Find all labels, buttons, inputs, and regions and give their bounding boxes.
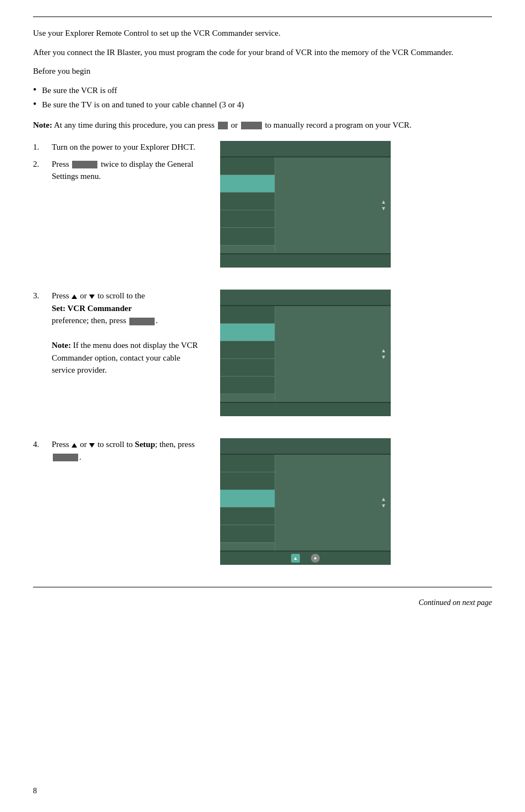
tv-arrow-up-3: ▲ <box>381 497 386 502</box>
step-3-left: 3. Press or to scroll to the Set: VCR Co… <box>33 290 204 381</box>
step-4-row: 4. Press or to scroll to Setup; then, pr… <box>33 438 492 565</box>
continued-label: Continued on next page <box>33 598 492 607</box>
tv-sidebar2-row-3 <box>220 341 275 359</box>
tv-sidebar2-row-1 <box>220 306 275 324</box>
intro-para1: Use your Explorer Remote Control to set … <box>33 27 492 40</box>
tv-sidebar-row-2-selected <box>220 175 275 193</box>
step-3-content: Press or to scroll to the Set: VCR Comma… <box>52 290 204 377</box>
tv-screen-1: ▲ ▼ <box>220 141 391 268</box>
tv-sidebar-row-3 <box>220 193 275 210</box>
select-button-step4 <box>53 454 78 461</box>
tv-sidebar2-row-5 <box>220 377 275 394</box>
step-3-screen: ▲ ▼ <box>220 290 492 416</box>
note-text: At any time during this procedure, you c… <box>52 121 215 129</box>
note-or: or <box>231 121 238 129</box>
step-1-row: 1. Turn on the power to your Explorer DH… <box>33 141 492 268</box>
step-3-row: 3. Press or to scroll to the Set: VCR Co… <box>33 290 492 416</box>
tv-sidebar-1 <box>220 157 275 253</box>
tv-sidebar-row-4 <box>220 210 275 228</box>
tv-sidebar-3 <box>220 455 275 551</box>
tri-up-icon-3 <box>72 295 77 299</box>
bullet-dot-1: • <box>33 84 36 96</box>
step-3: 3. Press or to scroll to the Set: VCR Co… <box>33 290 204 377</box>
step-2-num: 2. <box>33 158 47 183</box>
tv-sidebar-row-1 <box>220 157 275 175</box>
intro-para2: After you connect the IR Blaster, you mu… <box>33 46 492 59</box>
tv-header-2 <box>220 290 391 306</box>
tv-sidebar-row-5 <box>220 228 275 246</box>
tri-up-icon-4 <box>72 443 77 448</box>
tv-screen-3: ▲ ▼ ▲ ● <box>220 438 391 565</box>
tv-sidebar3-row-1 <box>220 455 275 472</box>
step-1-screen: ▲ ▼ <box>220 141 492 268</box>
note-label: Note: <box>33 121 52 129</box>
step-3-note-body: If the menu does not display the VCR Com… <box>52 341 198 374</box>
tv-arrow-down-3: ▼ <box>381 503 386 509</box>
record-button-small <box>218 122 228 129</box>
bullet-list: • Be sure the VCR is off • Be sure the T… <box>33 84 492 111</box>
step-1-left: 1. Turn on the power to your Explorer DH… <box>33 141 204 187</box>
tv-arrow-down-1: ▼ <box>381 206 386 211</box>
tv-sidebar-2 <box>220 306 275 402</box>
step-4-num: 4. <box>33 438 47 463</box>
tv-sidebar3-row-5 <box>220 525 275 543</box>
step-4-bold: Setup <box>135 440 155 449</box>
note-para: Note: At any time during this procedure,… <box>33 119 492 132</box>
step-2-content: Press twice to display the General Setti… <box>52 158 204 183</box>
step-1: 1. Turn on the power to your Explorer DH… <box>33 141 204 154</box>
tv-sidebar3-row-2 <box>220 472 275 490</box>
select-button-step3 <box>129 318 155 325</box>
tv-sidebar3-row-3-selected <box>220 490 275 508</box>
tv-arrow-up-2: ▲ <box>381 348 386 353</box>
note-text3: to manually record a program on your VCR… <box>265 121 411 129</box>
tv-arrow-up-1: ▲ <box>381 199 386 205</box>
tv-scroll-3: ▲ ▼ <box>381 497 386 509</box>
tv-header-3 <box>220 438 391 455</box>
tv-main-3: ▲ ▼ <box>275 455 391 551</box>
bullet-item-2: • Be sure the TV is on and tuned to your… <box>33 99 492 111</box>
step-4-screen: ▲ ▼ ▲ ● <box>220 438 492 565</box>
step-4-content: Press or to scroll to Setup; then, press… <box>52 438 204 463</box>
tv-sidebar2-row-4 <box>220 359 275 377</box>
top-rule <box>33 17 492 17</box>
tv-scroll-1: ▲ ▼ <box>381 199 386 211</box>
step-3-num: 3. <box>33 290 47 377</box>
tv-footer-3: ▲ ● <box>220 551 391 565</box>
footer-triangle-icon: ▲ <box>291 554 300 563</box>
footer-circle-icon: ● <box>311 554 320 563</box>
tv-sidebar2-row-2-selected <box>220 324 275 341</box>
before-begin-label: Before you begin <box>33 65 492 78</box>
tv-main-2: ▲ ▼ <box>275 306 391 402</box>
step-4-left: 4. Press or to scroll to Setup; then, pr… <box>33 438 204 467</box>
step-3-bold: Set: VCR Commander <box>52 304 132 313</box>
bottom-rule <box>33 587 492 587</box>
tv-content-1: ▲ ▼ <box>220 157 391 253</box>
step-3-note-label: Note: <box>52 341 71 350</box>
settings-button-step2 <box>72 161 97 168</box>
step-4: 4. Press or to scroll to Setup; then, pr… <box>33 438 204 463</box>
tv-footer-1 <box>220 253 391 268</box>
bullet-dot-2: • <box>33 99 36 111</box>
tv-screen-2: ▲ ▼ <box>220 290 391 416</box>
tv-arrow-down-2: ▼ <box>381 355 386 360</box>
tv-content-2: ▲ ▼ <box>220 306 391 402</box>
tv-scroll-2: ▲ ▼ <box>381 348 386 360</box>
step-1-num: 1. <box>33 141 47 154</box>
tri-down-icon-4 <box>89 443 95 448</box>
bullet-item-1: • Be sure the VCR is off <box>33 84 492 97</box>
page-number: 8 <box>33 787 37 795</box>
tv-content-3: ▲ ▼ <box>220 455 391 551</box>
tv-header-1 <box>220 141 391 157</box>
tv-footer-2 <box>220 402 391 416</box>
step-2: 2. Press twice to display the General Se… <box>33 158 204 183</box>
step-1-text: Turn on the power to your Explorer DHCT. <box>52 141 195 154</box>
tv-main-1: ▲ ▼ <box>275 157 391 253</box>
tri-down-icon-3 <box>89 295 95 299</box>
record-button-wide <box>241 122 262 129</box>
tv-sidebar3-row-4 <box>220 508 275 525</box>
